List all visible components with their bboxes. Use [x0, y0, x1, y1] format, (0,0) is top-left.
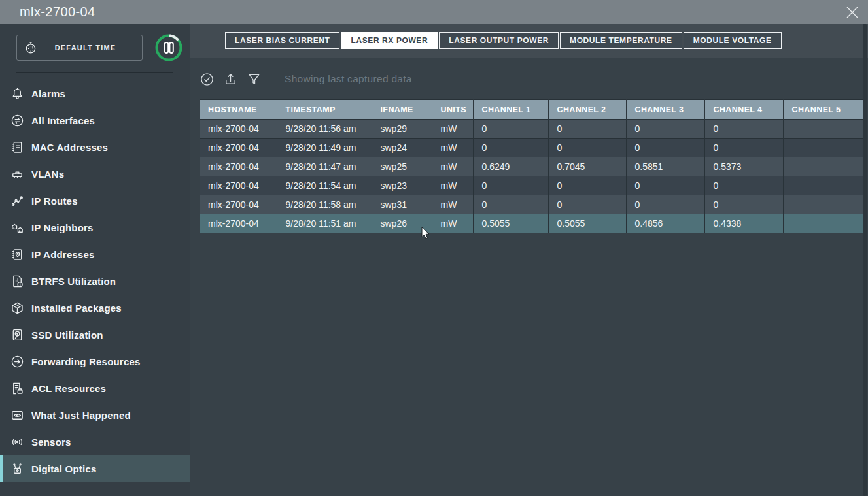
close-icon[interactable]: [843, 3, 861, 22]
table-cell: swp26: [372, 214, 432, 233]
table-cell: 0: [704, 195, 783, 214]
column-header-channel-3[interactable]: CHANNEL 3: [626, 100, 704, 120]
table-row[interactable]: mlx-2700-049/28/20 11:51 amswp26mW0.5055…: [200, 214, 863, 233]
column-header-channel-5[interactable]: CHANNEL 5: [783, 100, 863, 120]
column-header-channel-4[interactable]: CHANNEL 4: [704, 100, 783, 120]
table-cell: [783, 139, 863, 157]
table-cell: 0: [548, 195, 626, 214]
sidebar-item-ssd-utilization[interactable]: SSD Utilization: [0, 322, 190, 348]
table-cell: mW: [432, 195, 473, 214]
status-text: Showing last captured data: [285, 73, 412, 85]
window-title: mlx-2700-04: [20, 5, 95, 20]
tab-laser-rx-power[interactable]: LASER RX POWER: [341, 32, 438, 49]
sidebar-item-label: Sensors: [31, 437, 71, 448]
table-row[interactable]: mlx-2700-049/28/20 11:54 amswp23mW0000: [200, 176, 863, 195]
table-cell: 0: [473, 176, 548, 195]
table-cell: swp31: [372, 195, 432, 214]
table-cell: mW: [432, 176, 473, 195]
sidebar-item-installed-packages[interactable]: Installed Packages: [0, 295, 190, 322]
sidebar-item-all-interfaces[interactable]: All Interfaces: [0, 107, 190, 134]
table-row[interactable]: mlx-2700-049/28/20 11:47 amswp25mW0.6249…: [200, 157, 863, 176]
table-cell: 0: [548, 176, 626, 195]
check-circle-icon[interactable]: [198, 71, 215, 88]
column-header-timestamp[interactable]: TIMESTAMP: [277, 100, 372, 120]
time-range-picker[interactable]: DEFAULT TIME: [16, 35, 143, 61]
table-cell: swp23: [372, 176, 432, 195]
table-cell: 0.7045: [548, 157, 626, 176]
table-cell: mlx-2700-04: [200, 214, 277, 233]
export-icon[interactable]: [222, 71, 239, 88]
scrollbar[interactable]: [863, 24, 867, 496]
sidebar-item-digital-optics[interactable]: Digital Optics: [0, 455, 190, 482]
table-cell: swp29: [372, 120, 432, 139]
column-header-ifname[interactable]: IFNAME: [372, 100, 432, 120]
column-header-units[interactable]: UNITS: [432, 100, 473, 120]
sidebar-item-vlans[interactable]: VLANs: [0, 161, 190, 188]
table-cell: 9/28/20 11:49 am: [277, 139, 372, 157]
tab-module-voltage[interactable]: MODULE VOLTAGE: [684, 32, 782, 49]
stopwatch-icon: [24, 41, 38, 55]
table-cell: 0: [473, 120, 548, 139]
table-cell: mlx-2700-04: [200, 195, 277, 214]
table-cell: 9/28/20 11:58 am: [277, 195, 372, 214]
btrfs-icon: [9, 274, 25, 289]
table-cell: 0.4856: [626, 214, 704, 233]
sidebar-item-label: IP Routes: [31, 195, 78, 207]
sidebar-item-label: Forwarding Resources: [31, 356, 141, 367]
time-range-label: DEFAULT TIME: [38, 44, 142, 52]
table-cell: 0.5851: [626, 157, 704, 176]
table-cell: [783, 176, 863, 195]
sidebar-item-alarms[interactable]: Alarms: [0, 80, 190, 107]
sidebar-item-ip-addresses[interactable]: IP Addresses: [0, 241, 190, 268]
table-cell: [783, 214, 863, 233]
column-header-channel-2[interactable]: CHANNEL 2: [548, 100, 626, 120]
table-row[interactable]: mlx-2700-049/28/20 11:49 amswp24mW0000: [200, 139, 863, 157]
sidebar-item-label: ACL Resources: [31, 383, 106, 394]
table-cell: swp24: [372, 139, 432, 157]
sidebar-item-sensors[interactable]: Sensors: [0, 429, 190, 455]
sidebar-nav: AlarmsAll InterfacesMAC AddressesVLANsIP…: [0, 80, 190, 482]
forward-icon: [9, 354, 25, 370]
sidebar-item-ip-routes[interactable]: IP Routes: [0, 188, 190, 214]
sidebar-item-ip-neighbors[interactable]: IP Neighbors: [0, 214, 190, 241]
ip-book-icon: [9, 247, 25, 263]
table-row[interactable]: mlx-2700-049/28/20 11:56 amswp29mW0000: [200, 120, 863, 139]
table-cell: mW: [432, 214, 473, 233]
table-cell: 9/28/20 11:47 am: [277, 157, 372, 176]
table-cell: 0: [473, 195, 548, 214]
column-header-channel-1[interactable]: CHANNEL 1: [473, 100, 548, 120]
sidebar-item-acl-resources[interactable]: ACL Resources: [0, 375, 190, 402]
interfaces-icon: [9, 113, 25, 129]
sidebar-item-btrfs-utilization[interactable]: BTRFS Utilization: [0, 268, 190, 295]
tab-laser-bias-current[interactable]: LASER BIAS CURRENT: [225, 32, 339, 49]
routes-icon: [9, 193, 25, 209]
table-row[interactable]: mlx-2700-049/28/20 11:58 amswp31mW0000: [200, 195, 863, 214]
tab-band: LASER BIAS CURRENTLASER RX POWERLASER OU…: [190, 24, 868, 58]
table-cell: [783, 195, 863, 214]
sidebar-item-forwarding-resources[interactable]: Forwarding Resources: [0, 348, 190, 375]
optics-data-table: HOSTNAMETIMESTAMPIFNAMEUNITSCHANNEL 1CHA…: [200, 99, 863, 233]
table-cell: 0.5373: [704, 157, 783, 176]
table-cell: [783, 157, 863, 176]
pause-refresh-button[interactable]: [155, 34, 182, 61]
main-panel: LASER BIAS CURRENTLASER RX POWERLASER OU…: [190, 24, 868, 496]
sidebar-item-label: Installed Packages: [31, 303, 122, 314]
sidebar-item-what-just-happened[interactable]: What Just Happened: [0, 402, 190, 429]
table-cell: 9/28/20 11:54 am: [277, 176, 372, 195]
table-cell: mlx-2700-04: [200, 139, 277, 157]
table-cell: 0: [473, 139, 548, 157]
bell-icon: [9, 86, 25, 102]
column-header-hostname[interactable]: HOSTNAME: [200, 100, 277, 120]
table-cell: mlx-2700-04: [200, 176, 277, 195]
table-cell: 0: [548, 120, 626, 139]
sidebar-item-label: What Just Happened: [31, 410, 131, 421]
address-book-icon: [9, 140, 25, 156]
filter-icon[interactable]: [245, 71, 262, 88]
tab-module-temperature[interactable]: MODULE TEMPERATURE: [560, 32, 682, 49]
sidebar-item-mac-addresses[interactable]: MAC Addresses: [0, 134, 190, 161]
table-cell: 0: [626, 195, 704, 214]
table-cell: 0.6249: [473, 157, 548, 176]
sidebar-item-label: IP Neighbors: [31, 222, 94, 233]
table-cell: swp25: [372, 157, 432, 176]
tab-laser-output-power[interactable]: LASER OUTPUT POWER: [439, 32, 559, 49]
